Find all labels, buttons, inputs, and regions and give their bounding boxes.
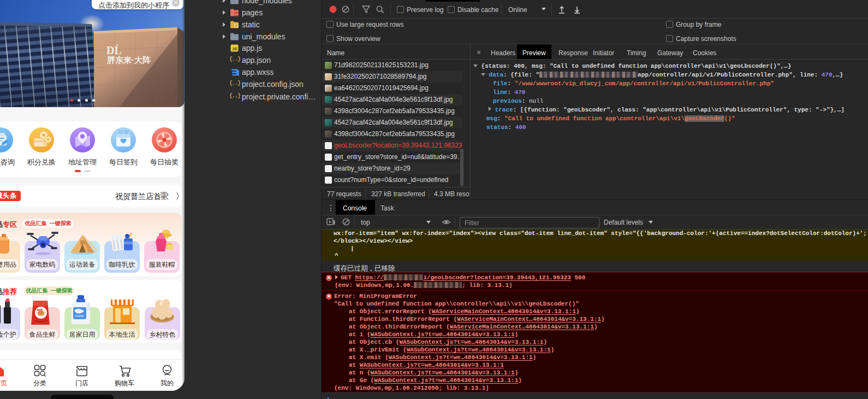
svg-text:DĹ: DĹ — [106, 44, 122, 56]
svg-text:NAT: NAT — [37, 308, 43, 312]
svg-text:JS: JS — [232, 46, 237, 51]
svg-text:CLEAN: CLEAN — [75, 314, 84, 318]
svg-text:<>: <> — [235, 13, 238, 16]
svg-text:胖东来·大阵: 胖东来·大阵 — [106, 55, 151, 64]
